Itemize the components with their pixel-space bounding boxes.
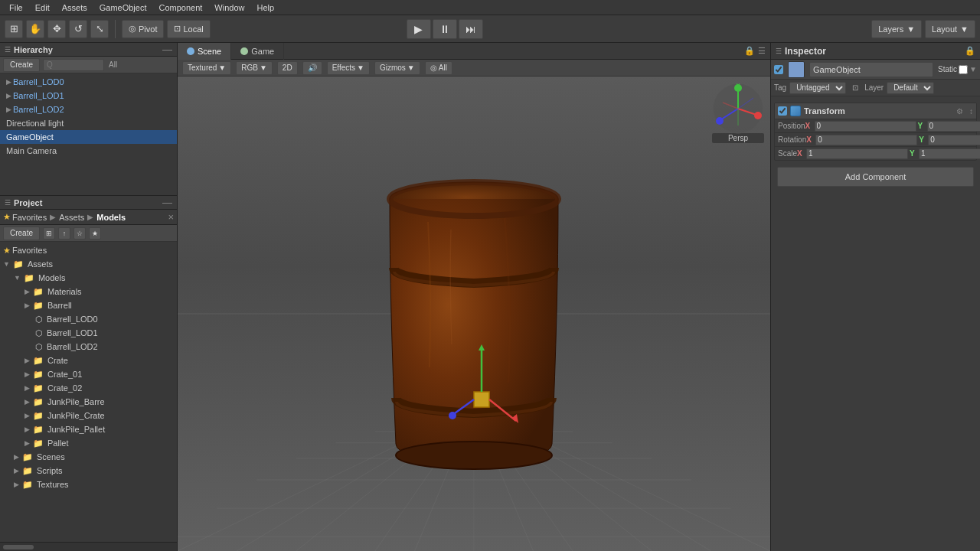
scale-y-input[interactable]	[919, 148, 980, 159]
menu-assets[interactable]: Assets	[56, 2, 93, 14]
project-barrell[interactable]: ▶ 📁 Barrell	[0, 298, 177, 312]
project-scripts[interactable]: ▶ 📁 Scripts	[0, 464, 177, 478]
rgb-dropdown[interactable]: RGB ▼	[236, 61, 273, 75]
project-panel-close-btn[interactable]: ×	[168, 211, 174, 223]
svg-marker-22	[479, 344, 485, 350]
scene-panel-menu-icon[interactable]: ☰	[758, 46, 766, 56]
menu-edit[interactable]: Edit	[29, 2, 56, 14]
scale-x-input[interactable]	[806, 148, 908, 159]
project-favorites[interactable]: ★ Favorites	[0, 243, 177, 257]
project-assets[interactable]: ▼ 📁 Assets	[0, 257, 177, 271]
hierarchy-item-gameobject[interactable]: GameObject	[0, 130, 177, 144]
hierarchy-create-btn[interactable]: Create	[3, 58, 40, 72]
viewport[interactable]: Y X Z Persp	[178, 77, 770, 551]
project-materials[interactable]: ▶ 📁 Materials	[0, 285, 177, 298]
project-crate-02[interactable]: ▶ 📁 Crate_02	[0, 381, 177, 395]
hierarchy-item-barrell-lod0[interactable]: ▶ Barrell_LOD0	[0, 75, 177, 89]
2d-btn[interactable]: 2D	[277, 61, 298, 75]
project-toolbar: Create ⊞ ↑ ☆ ★	[0, 225, 177, 242]
transform-active-checkbox[interactable]	[778, 106, 787, 116]
rotation-y-input[interactable]	[928, 135, 980, 145]
project-junkpile-pallet[interactable]: ▶ 📁 JunkPile_Pallet	[0, 422, 177, 436]
assets-tab[interactable]: Assets	[59, 213, 84, 222]
project-up-btn[interactable]: ↑	[58, 227, 70, 240]
local-label: Local	[183, 24, 203, 34]
svg-point-26	[449, 412, 456, 419]
add-component-button[interactable]: Add Component	[777, 167, 974, 187]
unity-logo-btn[interactable]: ⊞	[5, 20, 23, 38]
hierarchy-item-directional-light[interactable]: Directional light	[0, 116, 177, 130]
layers-dropdown[interactable]: Layers ▼	[871, 20, 922, 38]
position-x-field: X	[805, 121, 916, 132]
hierarchy-item-main-camera[interactable]: Main Camera	[0, 144, 177, 158]
transform-expand-icon[interactable]: ↕	[969, 107, 973, 116]
project-bookmark-btn[interactable]: ☆	[74, 227, 86, 240]
project-crate[interactable]: ▶ 📁 Crate	[0, 354, 177, 367]
static-checkbox[interactable]	[959, 65, 968, 74]
rotation-x-field: X	[806, 135, 917, 145]
transform-header[interactable]: Transform ⚙ ↕	[775, 103, 976, 119]
project-star-btn[interactable]: ★	[89, 227, 101, 240]
gizmos-dropdown[interactable]: Gizmos ▼	[374, 61, 420, 75]
hierarchy-item-barrell-lod2[interactable]: ▶ Barrell_LOD2	[0, 103, 177, 116]
project-barrell-lod1[interactable]: ⬡ Barrell_LOD1	[0, 326, 177, 340]
effects-dropdown[interactable]: Effects ▼	[327, 61, 370, 75]
project-scrollbar[interactable]	[0, 542, 177, 551]
project-junkpile-crate[interactable]: ▶ 📁 JunkPile_Crate	[0, 409, 177, 422]
all-dropdown[interactable]: ◎ All	[425, 61, 452, 75]
menu-file[interactable]: File	[3, 2, 29, 14]
hierarchy-minimize-btn[interactable]: —	[162, 44, 172, 55]
project-junkpile-barre[interactable]: ▶ 📁 JunkPile_Barre	[0, 395, 177, 409]
assets-folder-icon: 📁	[13, 259, 24, 269]
position-y-input[interactable]	[927, 121, 980, 132]
layout-dropdown[interactable]: Layout ▼	[925, 20, 975, 38]
inspector-lock-icon[interactable]: 🔒	[965, 46, 975, 56]
gameobject-name-input[interactable]	[809, 62, 933, 77]
layer-dropdown[interactable]: Default	[887, 82, 934, 94]
project-minimize-btn[interactable]: —	[162, 197, 172, 208]
pivot-btn[interactable]: ◎ Pivot	[122, 20, 164, 38]
axis-gizmo[interactable]: Y X Z Persp	[712, 83, 764, 135]
hand-tool-btn[interactable]: ✋	[26, 20, 44, 38]
hierarchy-item-barrell-lod1[interactable]: ▶ Barrell_LOD1	[0, 89, 177, 103]
position-x-input[interactable]	[815, 121, 916, 132]
gameobject-active-checkbox[interactable]	[774, 65, 783, 74]
models-tab[interactable]: Models	[96, 213, 126, 222]
play-button[interactable]: ▶	[407, 19, 431, 39]
textured-label: Textured	[188, 64, 217, 72]
tab-scene[interactable]: Scene	[178, 43, 231, 60]
project-barrell-lod0[interactable]: ⬡ Barrell_LOD0	[0, 312, 177, 326]
textured-dropdown[interactable]: Textured ▼	[182, 61, 231, 75]
project-scenes[interactable]: ▶ 📁 Scenes	[0, 450, 177, 464]
scale-tool-btn[interactable]: ⤡	[90, 20, 109, 38]
rotation-x-input[interactable]	[815, 135, 917, 145]
project-textures[interactable]: ▶ 📁 Textures	[0, 478, 177, 491]
scrollbar-thumb	[3, 545, 34, 549]
pause-button[interactable]: ⏸	[433, 19, 457, 39]
project-view-btn[interactable]: ⊞	[43, 227, 55, 240]
project-create-btn[interactable]: Create	[3, 227, 40, 240]
local-btn[interactable]: ⊡ Local	[167, 20, 210, 38]
breadcrumb-sep2: ▶	[87, 213, 93, 221]
menu-help[interactable]: Help	[250, 2, 280, 14]
rotate-tool-btn[interactable]: ↺	[69, 20, 87, 38]
tag-dropdown[interactable]: Untagged	[789, 82, 846, 94]
static-dropdown-icon[interactable]: ▼	[969, 65, 977, 73]
move-tool-btn[interactable]: ✥	[47, 20, 66, 38]
scene-panel-lock-icon[interactable]: 🔒	[744, 46, 755, 56]
step-button[interactable]: ⏭	[459, 19, 483, 39]
project-barrell-lod2[interactable]: ⬡ Barrell_LOD2	[0, 340, 177, 354]
hierarchy-search-input[interactable]	[43, 59, 104, 71]
crate-folder-icon: 📁	[33, 356, 44, 366]
project-crate-01[interactable]: ▶ 📁 Crate_01	[0, 367, 177, 381]
tab-game[interactable]: Game	[231, 43, 284, 60]
menu-window[interactable]: Window	[208, 2, 250, 14]
project-models[interactable]: ▼ 📁 Models	[0, 271, 177, 285]
menu-component[interactable]: Component	[152, 2, 208, 14]
project-pallet[interactable]: ▶ 📁 Pallet	[0, 436, 177, 450]
favorites-tab[interactable]: Favorites	[12, 213, 47, 222]
transform-settings-icon[interactable]: ⚙	[956, 107, 963, 116]
audio-btn[interactable]: 🔊	[302, 61, 322, 75]
menu-gameobject[interactable]: GameObject	[93, 2, 153, 14]
svg-marker-24	[512, 414, 518, 423]
